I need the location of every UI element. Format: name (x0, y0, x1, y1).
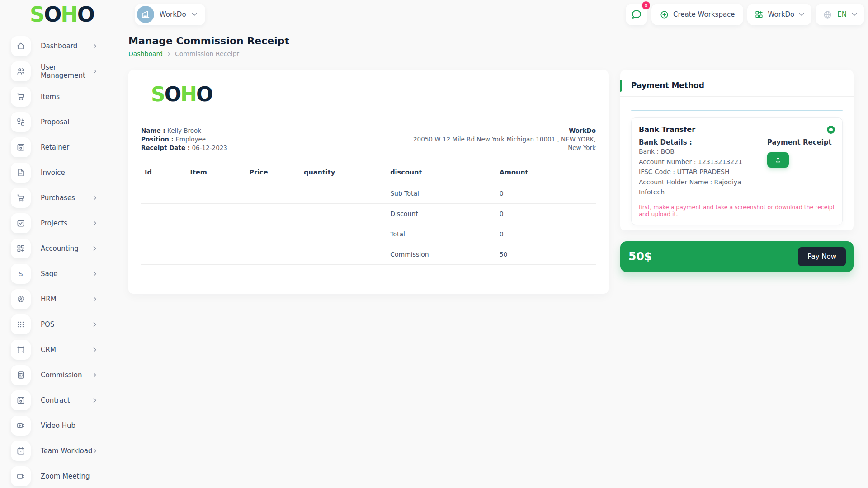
language-selector[interactable]: EN (816, 4, 864, 25)
sidebar-item-items[interactable]: Items (11, 84, 113, 109)
breadcrumb-dashboard-link[interactable]: Dashboard (128, 50, 163, 57)
bank-transfer-radio[interactable] (827, 126, 835, 134)
calendar-icon (11, 441, 31, 461)
sidebar-item-label: Zoom Meeting (41, 472, 90, 480)
sidebar-item-commission[interactable]: Commission (11, 362, 113, 388)
company-address-line2: New York (413, 144, 596, 152)
bank-line: Account Holder Name : Rajodiya Infotech (639, 177, 767, 197)
column-header-discount: discount (387, 164, 495, 183)
sidebar-item-zoom-meeting[interactable]: Zoom Meeting (11, 464, 113, 488)
receipt-employee-info: Name : Kelly Brook Position : Employee R… (141, 127, 227, 152)
grid-plus-icon (11, 239, 31, 258)
receipt-date-value: 06-12-2023 (192, 144, 227, 151)
document-icon (11, 163, 31, 183)
company-name: WorkDo (569, 127, 596, 134)
logo-letter: O (44, 2, 61, 27)
swap-grid-icon (11, 112, 31, 132)
create-workspace-button[interactable]: Create Workspace (651, 4, 743, 25)
payment-method-title: Payment Method (631, 81, 843, 90)
sidebar-item-retainer[interactable]: Retainer (11, 135, 113, 160)
save-icon (11, 137, 31, 157)
chat-icon (631, 9, 642, 20)
sidebar-item-accounting[interactable]: Accounting (11, 236, 113, 261)
chevron-right-icon (93, 221, 97, 226)
payment-column: Payment Method Bank Transfer Bank Detail… (620, 70, 854, 272)
sidebar-item-dashboard[interactable]: Dashboard (11, 33, 113, 59)
sidebar-item-label: Items (41, 93, 60, 101)
receipt-logo: SOHO (151, 84, 596, 104)
chevron-right-icon (93, 296, 97, 302)
sidebar-item-sage[interactable]: S Sage (11, 261, 113, 286)
sidebar-item-label: Commission (41, 371, 82, 379)
sidebar-item-team-workload[interactable]: Team Workload (11, 438, 113, 464)
tab-indicator (631, 110, 843, 111)
sidebar-item-crm[interactable]: CRM (11, 337, 113, 362)
table-header-row: Id Item Price quantity discount Amount (141, 164, 596, 183)
sidebar-item-pos[interactable]: POS (11, 312, 113, 337)
plus-circle-icon (660, 10, 669, 19)
sidebar-item-proposal[interactable]: Proposal (11, 109, 113, 135)
total-label: Total (387, 224, 495, 244)
column-header-quantity: quantity (300, 164, 387, 183)
total-value: 0 (496, 224, 596, 244)
pay-now-button[interactable]: Pay Now (798, 247, 846, 266)
language-label: EN (837, 10, 847, 19)
workspace-dropdown-label: WorkDo (768, 10, 795, 19)
bank-line: Bank : BOB (639, 146, 767, 157)
commission-receipt-card: SOHO Name : Kelly Brook Position : Emplo… (128, 70, 609, 294)
table-row (141, 265, 596, 279)
column-header-price: Price (245, 164, 300, 183)
sidebar-item-label: User Management (41, 63, 94, 80)
users-icon (11, 61, 31, 81)
sidebar-item-label: Team Workload (41, 447, 92, 455)
sidebar-item-contract[interactable]: Contract (11, 388, 113, 413)
chevron-right-icon (93, 271, 97, 277)
divider (128, 120, 609, 120)
chevron-right-icon (93, 372, 97, 378)
workspace-avatar (137, 6, 154, 23)
payment-note: first, make a payment and take a screens… (639, 204, 835, 217)
sidebar-item-video-hub[interactable]: Video Hub (11, 413, 113, 438)
bank-line: IFSC Code : UTTAR PRADESH (639, 167, 767, 177)
sidebar-item-label: Contract (41, 396, 70, 404)
page-title: Manage Commission Receipt (128, 35, 854, 47)
table-row: Sub Total 0 (141, 183, 596, 204)
sidebar-item-user-management[interactable]: User Management (11, 59, 113, 84)
name-label: Name : (141, 127, 165, 134)
chevron-right-icon (93, 448, 97, 454)
sidebar-item-label: Projects (41, 219, 67, 227)
sidebar-item-projects[interactable]: Projects (11, 211, 113, 236)
accent-bar (620, 80, 622, 92)
sidebar-item-label: Accounting (41, 244, 79, 253)
receipt-company-info: WorkDo 20050 W 12 Mile Rd New York Michi… (413, 127, 596, 152)
sidebar-item-label: HRM (41, 295, 57, 303)
cart-icon (11, 87, 31, 107)
receipt-date-label: Receipt Date : (141, 144, 190, 151)
workspace-dropdown[interactable]: WorkDo (747, 4, 812, 25)
subtotal-label: Sub Total (387, 183, 495, 204)
sidebar-item-hrm[interactable]: HRM (11, 286, 113, 312)
position-label: Position : (141, 136, 174, 143)
table-row: Total 0 (141, 224, 596, 244)
logo-letter: O (77, 2, 94, 27)
sidebar-item-label: Sage (41, 270, 57, 278)
workspace-selector[interactable]: WorkDo (135, 4, 205, 25)
check-square-icon (11, 213, 31, 233)
chevron-right-icon (94, 69, 97, 74)
messages-button[interactable]: 0 (626, 4, 647, 25)
building-icon (141, 9, 151, 19)
company-address-line1: 20050 W 12 Mile Rd New York Michigan 100… (413, 135, 596, 144)
sidebar-item-label: Video Hub (41, 422, 75, 430)
logo-letter: O (165, 83, 180, 106)
logo-letter: H (61, 2, 77, 27)
upload-receipt-button[interactable] (767, 152, 789, 168)
sidebar-item-purchases[interactable]: Purchases (11, 185, 113, 211)
letter-s-icon: S (11, 264, 31, 284)
chevron-right-icon (167, 52, 170, 56)
sidebar-item-label: Proposal (41, 118, 70, 126)
sidebar-item-invoice[interactable]: Invoice (11, 160, 113, 185)
box-arrows-icon (11, 340, 31, 360)
sidebar-item-label: POS (41, 320, 54, 328)
name-value: Kelly Brook (167, 127, 201, 134)
column-header-item: Item (187, 164, 246, 183)
